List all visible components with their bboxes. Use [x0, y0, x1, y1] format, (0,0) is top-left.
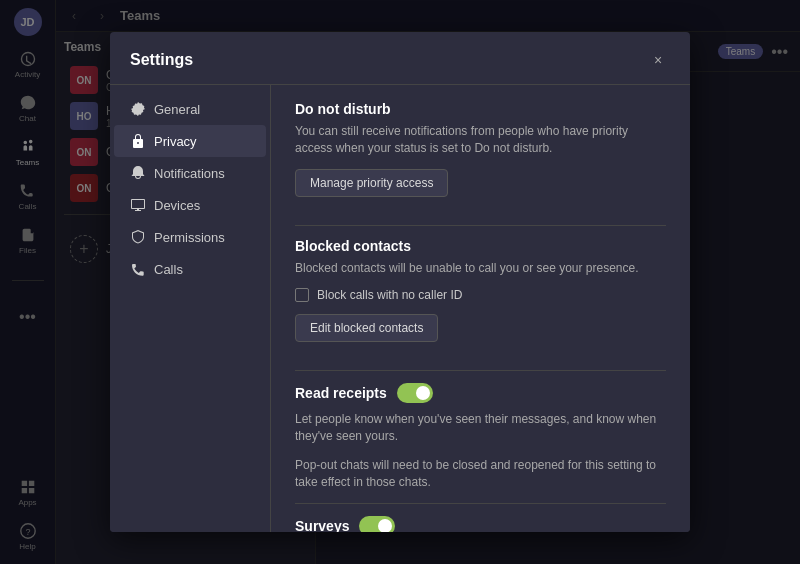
settings-nav: General Privacy: [110, 85, 270, 532]
dnd-section: Do not disturb You can still receive not…: [295, 101, 666, 213]
nav-item-devices-label: Devices: [154, 198, 200, 213]
gear-icon: [130, 101, 146, 117]
phone-icon: [130, 261, 146, 277]
shield-icon: [130, 229, 146, 245]
nav-item-privacy-label: Privacy: [154, 134, 197, 149]
dnd-title: Do not disturb: [295, 101, 666, 117]
section-divider-1: [295, 225, 666, 226]
surveys-title: Surveys: [295, 518, 349, 532]
nav-item-privacy[interactable]: Privacy: [114, 125, 266, 157]
bell-icon: [130, 165, 146, 181]
surveys-toggle[interactable]: [359, 516, 395, 532]
nav-item-permissions-label: Permissions: [154, 230, 225, 245]
block-calls-label: Block calls with no caller ID: [317, 288, 462, 302]
lock-icon: [130, 133, 146, 149]
section-divider-2: [295, 370, 666, 371]
modal-body: General Privacy: [110, 85, 690, 532]
receipts-section: Read receipts Let people know when you'v…: [295, 383, 666, 490]
device-icon: [130, 197, 146, 213]
manage-priority-button[interactable]: Manage priority access: [295, 169, 448, 197]
nav-item-notifications[interactable]: Notifications: [114, 157, 266, 189]
modal-overlay: Settings × General: [0, 0, 800, 564]
block-calls-checkbox[interactable]: [295, 288, 309, 302]
modal-title: Settings: [130, 51, 193, 69]
surveys-toggle-row: Surveys: [295, 516, 666, 532]
block-calls-row: Block calls with no caller ID: [295, 288, 666, 302]
nav-item-notifications-label: Notifications: [154, 166, 225, 181]
blocked-section: Blocked contacts Blocked contacts will b…: [295, 238, 666, 359]
settings-content: Do not disturb You can still receive not…: [270, 85, 690, 532]
receipts-desc2: Pop-out chats will need to be closed and…: [295, 457, 666, 491]
receipts-title: Read receipts: [295, 385, 387, 401]
nav-item-general[interactable]: General: [114, 93, 266, 125]
nav-item-devices[interactable]: Devices: [114, 189, 266, 221]
nav-item-general-label: General: [154, 102, 200, 117]
nav-item-calls[interactable]: Calls: [114, 253, 266, 285]
section-divider-3: [295, 503, 666, 504]
surveys-section: Surveys Participate in surveys from Micr…: [295, 516, 666, 532]
nav-item-permissions[interactable]: Permissions: [114, 221, 266, 253]
blocked-title: Blocked contacts: [295, 238, 666, 254]
receipts-toggle[interactable]: [397, 383, 433, 403]
blocked-desc: Blocked contacts will be unable to call …: [295, 260, 666, 277]
dnd-desc: You can still receive notifications from…: [295, 123, 666, 157]
edit-blocked-button[interactable]: Edit blocked contacts: [295, 314, 438, 342]
receipts-toggle-row: Read receipts: [295, 383, 666, 403]
settings-modal: Settings × General: [110, 32, 690, 532]
close-button[interactable]: ×: [646, 48, 670, 72]
nav-item-calls-label: Calls: [154, 262, 183, 277]
modal-header: Settings ×: [110, 32, 690, 85]
receipts-desc1: Let people know when you've seen their m…: [295, 411, 666, 445]
